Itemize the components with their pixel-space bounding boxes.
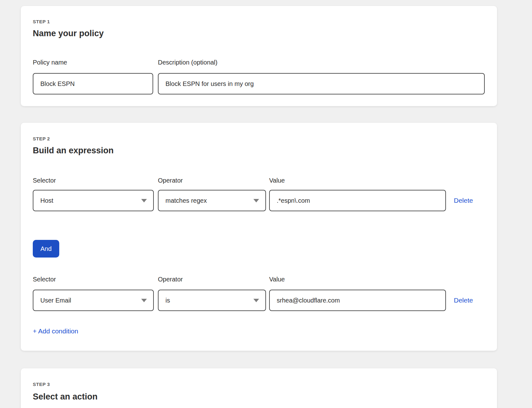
value-input[interactable] [269, 190, 446, 211]
operator-column-label: Operator [158, 177, 183, 184]
selector-dropdown[interactable]: User Email [33, 290, 154, 311]
policy-builder-page: STEP 1 Name your policy Policy name Desc… [0, 0, 532, 408]
description-input[interactable] [158, 73, 485, 94]
chevron-down-icon [141, 299, 147, 302]
operator-dropdown[interactable]: is [158, 290, 266, 311]
step1-card: STEP 1 Name your policy Policy name Desc… [21, 6, 497, 106]
chevron-down-icon [141, 199, 147, 202]
value-column-label: Value [269, 177, 285, 184]
step3-title: Select an action [33, 392, 98, 402]
operator-column-label: Operator [158, 276, 183, 283]
operator-dropdown-value: is [165, 297, 170, 304]
step2-label: STEP 2 [33, 136, 50, 141]
value-input[interactable] [269, 290, 446, 311]
selector-dropdown[interactable]: Host [33, 190, 154, 211]
step2-card: STEP 2 Build an expression Selector Oper… [21, 123, 497, 351]
step3-label: STEP 3 [33, 382, 50, 387]
add-condition-link[interactable]: + Add condition [33, 327, 78, 335]
value-column-label: Value [269, 276, 285, 283]
step1-label: STEP 1 [33, 19, 50, 24]
selector-column-label: Selector [33, 276, 56, 283]
selector-dropdown-value: User Email [40, 297, 71, 304]
step2-title: Build an expression [33, 146, 114, 156]
policy-name-label: Policy name [33, 59, 67, 66]
policy-name-input[interactable] [33, 73, 153, 94]
and-button[interactable]: And [33, 240, 59, 258]
chevron-down-icon [253, 299, 259, 302]
step3-card: STEP 3 Select an action [21, 368, 497, 408]
delete-condition-link[interactable]: Delete [454, 297, 473, 304]
chevron-down-icon [253, 199, 259, 202]
step1-title: Name your policy [33, 29, 104, 38]
operator-dropdown[interactable]: matches regex [158, 190, 266, 211]
description-label: Description (optional) [158, 59, 217, 66]
delete-condition-link[interactable]: Delete [454, 197, 473, 204]
selector-dropdown-value: Host [40, 197, 53, 204]
selector-column-label: Selector [33, 177, 56, 184]
operator-dropdown-value: matches regex [165, 197, 207, 204]
